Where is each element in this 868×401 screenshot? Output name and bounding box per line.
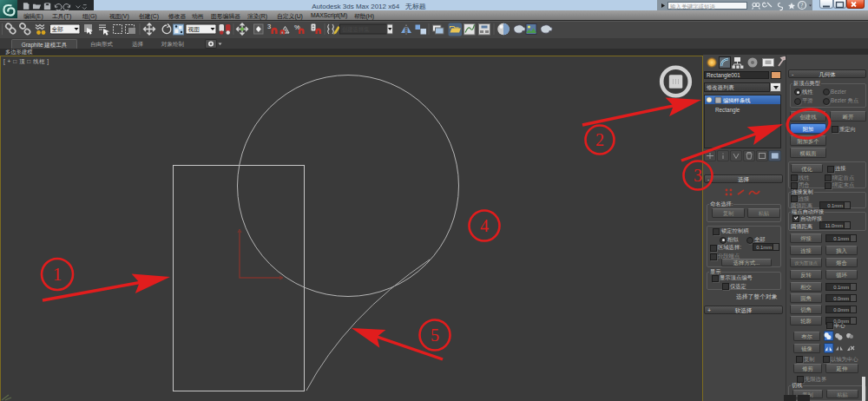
svg-text:创建选择集: 创建选择集	[342, 26, 370, 33]
svg-text:3: 3	[267, 23, 271, 30]
svg-text:全部: 全部	[52, 26, 64, 33]
svg-text:视图: 视图	[188, 26, 201, 33]
